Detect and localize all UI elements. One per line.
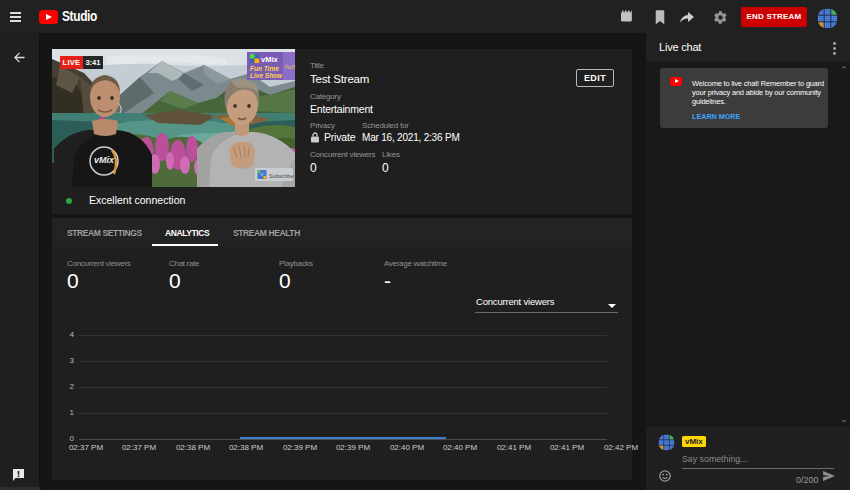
- svg-text:vMix: vMix: [261, 55, 279, 64]
- svg-text:FunT: FunT: [285, 65, 295, 70]
- svg-text:Live Show: Live Show: [250, 72, 283, 79]
- svg-text:vMix: vMix: [94, 155, 115, 165]
- svg-text:Fun Time: Fun Time: [250, 65, 279, 72]
- svg-text:Subscribe: Subscribe: [269, 173, 293, 179]
